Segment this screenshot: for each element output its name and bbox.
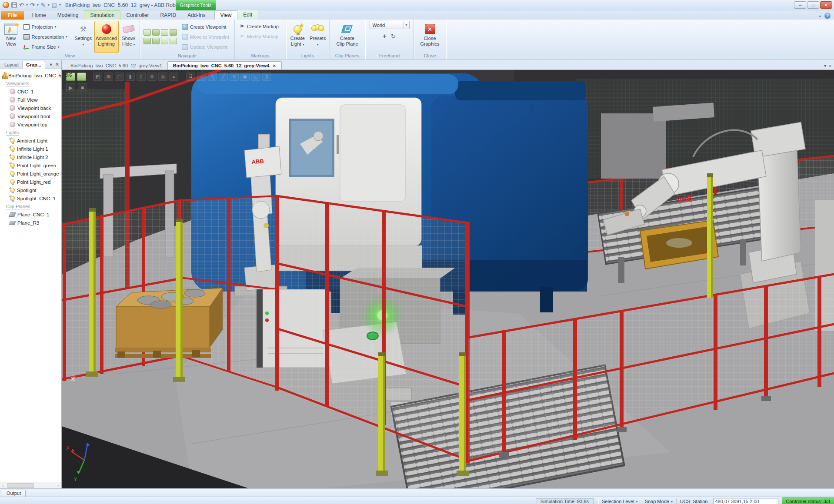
projection-button[interactable]: Projection▾ <box>22 23 71 30</box>
controller-status-badge[interactable]: Controller status: 3/3 <box>782 497 834 504</box>
representation-button[interactable]: Representation▾ <box>22 33 71 40</box>
scroll-left-icon[interactable]: ‹ <box>0 483 6 488</box>
tree-item-viewpoint[interactable]: Viewpoint front <box>0 112 61 120</box>
frame-all-icon[interactable] <box>152 38 160 44</box>
new-view-button[interactable]: ★ NewView <box>2 21 20 53</box>
tree-item-viewpoint[interactable]: Viewpoint top <box>0 120 61 129</box>
snap-line-icon[interactable]: ╱ <box>219 73 228 81</box>
single-view-icon[interactable] <box>170 29 177 36</box>
snap-circle-icon[interactable]: ◉ <box>240 73 250 81</box>
create-light-button[interactable]: ★ CreateLight ▾ <box>288 21 307 53</box>
coordinates-field[interactable]: 480,07 3091,15 2,00 <box>713 498 778 504</box>
freehand-reference-select[interactable]: World▾ <box>370 21 410 29</box>
sidebar-tab-graphics[interactable]: Grap... <box>22 61 45 69</box>
show-hide-button[interactable]: Show/Hide ▾ <box>120 21 138 53</box>
help-icon[interactable]: ? <box>824 13 831 19</box>
freehand-move-icon[interactable]: + <box>383 33 387 40</box>
output-tab[interactable]: Output <box>2 490 26 497</box>
maximize-button[interactable]: □ <box>807 1 819 9</box>
tree-item-light[interactable]: ✓Spotlight_CNC_1 <box>0 194 61 202</box>
tree-item-viewpoint[interactable]: Full View <box>0 96 61 104</box>
panel-close-icon[interactable]: ✕ <box>55 62 59 67</box>
create-markup-button[interactable]: ⚑Create Markup <box>237 23 283 30</box>
sidebar-horizontal-scrollbar[interactable]: ‹ › <box>0 482 61 488</box>
snap-gear-icon[interactable]: ⚙ <box>147 73 157 81</box>
keypoint-grid-icon[interactable]: ⠿ <box>186 73 195 81</box>
close-graphics-button[interactable]: ✕ CloseGraphics <box>417 21 443 53</box>
tab-addins[interactable]: Add-Ins <box>182 11 211 20</box>
tree-item-light[interactable]: ✓Infinite Light 1 <box>0 145 61 153</box>
select-surface-icon[interactable]: ▮ <box>126 73 135 81</box>
default-view-icon[interactable] <box>170 38 177 44</box>
undo-dropdown-icon[interactable]: ▾ <box>26 3 28 7</box>
tree-item-light[interactable]: ✓Infinite Light 2 <box>0 153 61 161</box>
tab-simulation[interactable]: Simulation <box>84 10 120 20</box>
select-object-icon[interactable]: ◩ <box>93 73 102 81</box>
select-part-icon[interactable]: ▣ <box>104 73 113 81</box>
scroll-right-icon[interactable]: › <box>55 483 61 488</box>
redo-dropdown-icon[interactable]: ▾ <box>37 3 39 7</box>
tab-home[interactable]: Home <box>27 11 52 20</box>
markup-icon[interactable]: ▤ <box>52 2 57 8</box>
tab-view[interactable]: View <box>214 10 238 20</box>
sidebar-tab-layout[interactable]: Layout <box>1 61 22 69</box>
selection-level-button[interactable]: Selection Level▾ <box>598 498 641 504</box>
tree-item-light[interactable]: ✓Point Light_green <box>0 161 61 169</box>
app-logo-icon[interactable] <box>3 2 9 8</box>
play-icon[interactable]: ▶ <box>66 83 75 92</box>
create-clip-plane-button[interactable]: CreateClip Plane <box>334 21 361 53</box>
tree-item-light[interactable]: Point Light_red <box>0 178 61 186</box>
snap-cross-icon[interactable]: ╳ <box>262 73 271 81</box>
document-tab-view1[interactable]: BinPicking_two_CNC_5.60_12_grey:View1 <box>65 62 167 70</box>
snap-center-icon[interactable]: ○ <box>197 73 206 81</box>
select-curve-icon[interactable]: ▯ <box>137 73 146 81</box>
tag-icon[interactable]: ✎ <box>41 2 46 8</box>
scrollbar-thumb[interactable] <box>7 483 34 488</box>
zoom-to-fit-icon[interactable] <box>77 73 86 81</box>
create-viewpoint-button[interactable]: Create Viewpoint <box>180 23 231 30</box>
redo-icon[interactable]: ↷ <box>30 2 35 8</box>
home-view-icon[interactable] <box>161 38 168 44</box>
minimize-button[interactable]: – <box>794 1 806 9</box>
close-tab-icon[interactable]: ✕ <box>273 63 276 68</box>
snap-washer-icon[interactable]: ◎ <box>158 73 167 81</box>
panel-collapse-icon[interactable]: ▼ <box>49 63 53 67</box>
zoom-extents-icon[interactable] <box>143 29 151 36</box>
tab-controller[interactable]: Controller <box>120 11 154 20</box>
snap-corner-icon[interactable]: ∟ <box>251 73 260 81</box>
close-button[interactable]: ✕ <box>820 1 832 9</box>
collapse-ribbon-icon[interactable]: ▴ <box>819 13 821 18</box>
frame-size-button[interactable]: Frame Size▾ <box>22 43 71 50</box>
frame-selected-icon[interactable] <box>143 38 151 44</box>
split-view-icon[interactable] <box>161 29 168 36</box>
tag-dropdown-icon[interactable]: ▾ <box>48 3 50 7</box>
tree-item-light[interactable]: Point Light_orange <box>0 169 61 178</box>
advanced-lighting-button[interactable]: AdvancedLighting <box>94 21 119 53</box>
snap-edge-icon[interactable]: ╲ <box>208 73 217 81</box>
tree-item-clip-plane[interactable]: Plane_R3 <box>0 219 61 227</box>
select-mechanism-icon[interactable]: ▢ <box>115 73 124 81</box>
undo-icon[interactable]: ↶ <box>19 2 24 8</box>
tree-root-station[interactable]: BinPicking_two_CNC_5 <box>0 71 61 80</box>
snap-ball-icon[interactable]: ● <box>169 73 178 81</box>
tab-rapid[interactable]: RAPID <box>154 11 182 20</box>
snap-branch-icon[interactable]: Y <box>230 73 239 81</box>
zoom-fit-icon[interactable] <box>152 29 160 36</box>
light-presets-button[interactable]: Presets▾ <box>308 21 328 53</box>
tree-item-light[interactable]: ✓Spotlight <box>0 186 61 194</box>
qat-customize-icon[interactable]: ▾ <box>59 3 61 7</box>
tab-scroll-chevron-icon[interactable]: ▾ <box>824 63 826 68</box>
tab-modeling[interactable]: Modeling <box>52 11 84 20</box>
settings-button[interactable]: ⚒ Settings▾ <box>73 21 93 53</box>
tree-item-light[interactable]: ✓Ambient Light <box>0 136 61 145</box>
document-tab-view4[interactable]: BinPicking_two_CNC_5.60_12_grey:View4 ✕ <box>167 61 282 70</box>
tab-list-icon[interactable]: ≡ <box>829 63 831 68</box>
tree-item-clip-plane[interactable]: Plane_CNC_1 <box>0 210 61 219</box>
tab-file[interactable]: File <box>1 11 24 20</box>
3d-viewport[interactable]: ABB <box>62 70 834 488</box>
tab-edit[interactable]: Edit <box>237 10 258 20</box>
snap-mode-button[interactable]: Snap Mode▾ <box>641 498 676 504</box>
stop-icon[interactable]: ■ <box>78 83 87 92</box>
freehand-rotate-icon[interactable]: ↻ <box>391 33 396 40</box>
save-icon[interactable] <box>11 2 17 8</box>
